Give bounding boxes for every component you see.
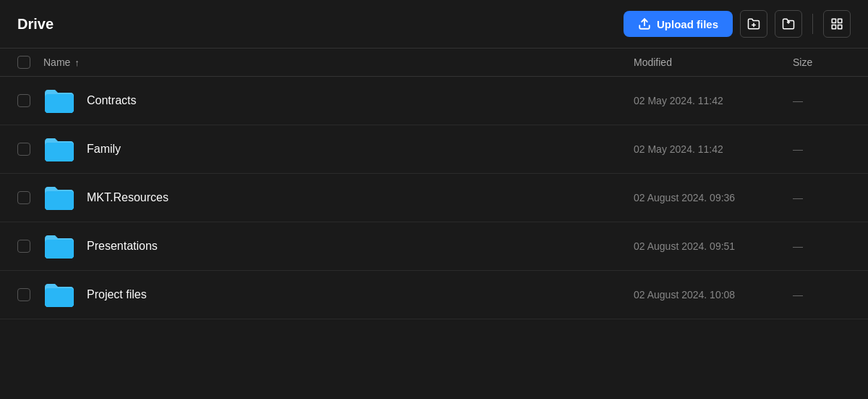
row-checkbox[interactable]: [17, 240, 30, 253]
upload-icon: [638, 17, 651, 30]
file-modified: 02 August 2024. 09:51: [634, 240, 793, 252]
sort-arrow: ↑: [75, 57, 80, 68]
file-list: Contracts 02 May 2024. 11:42 — Family 02…: [0, 77, 868, 319]
row-content: MKT.Resources: [43, 184, 634, 211]
col-size-header[interactable]: Size: [793, 56, 851, 68]
col-modified-header[interactable]: Modified: [634, 56, 793, 68]
header: Drive Upload files: [0, 0, 868, 48]
row-content: Family: [43, 135, 634, 163]
folder-icon: [43, 184, 75, 211]
upload-button[interactable]: Upload files: [624, 11, 733, 37]
row-checkbox[interactable]: [17, 94, 30, 107]
table-row[interactable]: Contracts 02 May 2024. 11:42 —: [0, 77, 868, 125]
row-content: Project files: [43, 281, 634, 308]
row-checkbox[interactable]: [17, 143, 30, 156]
file-size: —: [793, 289, 851, 301]
col-name-header[interactable]: Name ↑: [43, 56, 634, 68]
select-all-check[interactable]: [17, 56, 43, 69]
folder-icon: [43, 232, 75, 260]
file-name: Contracts: [87, 94, 136, 107]
file-modified: 02 August 2024. 10:08: [634, 289, 793, 301]
svg-rect-5: [832, 25, 835, 29]
col-size-label: Size: [793, 56, 812, 68]
table-row[interactable]: Presentations 02 August 2024. 09:51 —: [0, 222, 868, 271]
upload-folder-icon: [782, 17, 795, 30]
svg-rect-6: [838, 25, 842, 29]
row-checkbox[interactable]: [17, 288, 30, 301]
file-name: Presentations: [87, 240, 158, 253]
grid-icon: [830, 17, 843, 30]
row-check[interactable]: [17, 288, 43, 301]
file-name: Family: [87, 143, 121, 156]
folder-icon: [43, 135, 75, 163]
col-name-label: Name: [43, 56, 70, 68]
file-size: —: [793, 143, 851, 155]
row-check[interactable]: [17, 191, 43, 204]
upload-folder-button[interactable]: [775, 10, 802, 38]
upload-label: Upload files: [657, 18, 718, 30]
table-header: Name ↑ Modified Size: [0, 48, 868, 77]
header-actions: Upload files: [624, 10, 851, 38]
new-folder-icon: [747, 17, 760, 30]
row-checkbox[interactable]: [17, 191, 30, 204]
select-all-checkbox[interactable]: [17, 56, 30, 69]
file-modified: 02 May 2024. 11:42: [634, 95, 793, 106]
col-modified-label: Modified: [634, 56, 672, 68]
table-row[interactable]: Project files 02 August 2024. 10:08 —: [0, 271, 868, 319]
grid-view-button[interactable]: [823, 10, 851, 38]
folder-icon: [43, 87, 75, 114]
file-size: —: [793, 240, 851, 252]
new-folder-button[interactable]: [740, 10, 767, 38]
row-check[interactable]: [17, 94, 43, 107]
row-content: Presentations: [43, 232, 634, 260]
file-modified: 02 May 2024. 11:42: [634, 143, 793, 155]
file-modified: 02 August 2024. 09:36: [634, 192, 793, 203]
file-size: —: [793, 192, 851, 203]
table-row[interactable]: Family 02 May 2024. 11:42 —: [0, 125, 868, 174]
file-size: —: [793, 95, 851, 106]
row-content: Contracts: [43, 87, 634, 114]
row-check[interactable]: [17, 240, 43, 253]
folder-icon: [43, 281, 75, 308]
svg-rect-4: [838, 19, 842, 22]
row-check[interactable]: [17, 143, 43, 156]
file-name: Project files: [87, 288, 147, 301]
app-title: Drive: [17, 16, 54, 33]
file-name: MKT.Resources: [87, 191, 169, 204]
table-row[interactable]: MKT.Resources 02 August 2024. 09:36 —: [0, 174, 868, 222]
svg-rect-3: [832, 19, 835, 22]
header-divider: [812, 14, 813, 34]
